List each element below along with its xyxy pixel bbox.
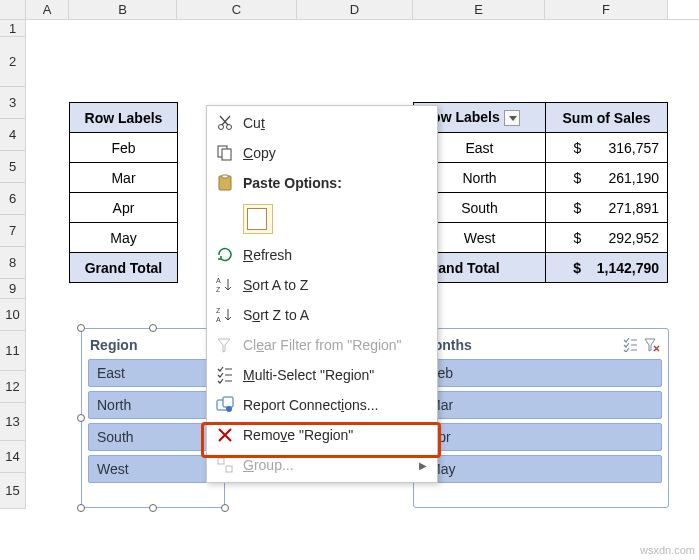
row-header-1[interactable]: 1: [0, 20, 26, 37]
svg-text:Z: Z: [216, 286, 221, 293]
col-header-E[interactable]: E: [413, 0, 545, 19]
pivot-right-row-value[interactable]: $ 292,952: [546, 223, 668, 253]
row-header-10[interactable]: 10: [0, 299, 26, 331]
ctx-multi-select-label: Multi-Select "Region": [243, 367, 427, 383]
slicer-months[interactable]: Months Feb Mar Apr May: [413, 328, 669, 508]
slicer-item-north[interactable]: North: [88, 391, 218, 419]
ctx-multi-select[interactable]: Multi-Select "Region": [207, 360, 437, 390]
row-header-14[interactable]: 14: [0, 441, 26, 473]
row-header-13[interactable]: 13: [0, 403, 26, 441]
slicer-item-south[interactable]: South: [88, 423, 218, 451]
resize-handle[interactable]: [221, 504, 229, 512]
ctx-sort-za-label: Sort Z to A: [243, 307, 427, 323]
svg-rect-5: [222, 175, 228, 178]
pivot-left-row[interactable]: May: [70, 223, 178, 253]
row-header-3[interactable]: 3: [0, 87, 26, 119]
resize-handle[interactable]: [77, 324, 85, 332]
slicer-region-title: Region: [88, 335, 218, 359]
slicer-item-west[interactable]: West: [88, 455, 218, 483]
slicer-item-mar[interactable]: Mar: [420, 391, 662, 419]
pivot-right-grand-value[interactable]: $ 1,142,790: [546, 253, 668, 283]
report-connections-icon: [213, 395, 237, 415]
row-header-15[interactable]: 15: [0, 473, 26, 509]
ctx-refresh[interactable]: Refresh: [207, 240, 437, 270]
resize-handle[interactable]: [77, 504, 85, 512]
select-all-corner[interactable]: [0, 0, 26, 20]
clipboard-icon: [213, 173, 237, 193]
row-header-6[interactable]: 6: [0, 183, 26, 215]
copy-icon: [213, 143, 237, 163]
pivot-left-row[interactable]: Feb: [70, 133, 178, 163]
col-header-B[interactable]: B: [69, 0, 177, 19]
clear-filter-icon: [213, 335, 237, 355]
pivot-right-row-value[interactable]: $ 271,891: [546, 193, 668, 223]
pivot-left-header-label: Row Labels: [85, 110, 163, 126]
chevron-right-icon: ▶: [419, 460, 427, 471]
ctx-copy-label: Copy: [243, 145, 427, 161]
slicer-item-may[interactable]: May: [420, 455, 662, 483]
pivot-right-header-values[interactable]: Sum of Sales: [546, 103, 668, 133]
svg-point-1: [227, 125, 232, 130]
ctx-report-connections-label: Report Connections...: [243, 397, 427, 413]
row-header-4[interactable]: 4: [0, 119, 26, 151]
pivot-left-row[interactable]: Apr: [70, 193, 178, 223]
multi-select-icon[interactable]: [622, 338, 638, 352]
pivot-left-row[interactable]: Mar: [70, 163, 178, 193]
slicer-months-title: Months: [420, 335, 662, 359]
ctx-group-label: Group...: [243, 457, 419, 473]
dropdown-icon[interactable]: [504, 110, 520, 126]
slicer-item-east[interactable]: East: [88, 359, 218, 387]
resize-handle[interactable]: [149, 504, 157, 512]
row-header-7[interactable]: 7: [0, 215, 26, 247]
scissors-icon: [213, 113, 237, 133]
watermark: wsxdn.com: [640, 544, 695, 556]
ctx-paste-label: Paste Options:: [243, 175, 427, 191]
row-header-5[interactable]: 5: [0, 151, 26, 183]
slicer-item-apr[interactable]: Apr: [420, 423, 662, 451]
ctx-report-connections[interactable]: Report Connections...: [207, 390, 437, 420]
svg-point-12: [226, 406, 232, 412]
worksheet-content[interactable]: Row Labels Feb Mar Apr May Grand Total R…: [26, 20, 699, 509]
ctx-remove[interactable]: Remove "Region": [207, 420, 437, 450]
ctx-copy[interactable]: Copy: [207, 138, 437, 168]
ctx-sort-az-label: Sort A to Z: [243, 277, 427, 293]
slicer-region[interactable]: Region East North South West: [81, 328, 225, 508]
row-header-9[interactable]: 9: [0, 279, 26, 299]
remove-icon: [213, 425, 237, 445]
resize-handle[interactable]: [77, 414, 85, 422]
ctx-clear-filter: Clear Filter from "Region": [207, 330, 437, 360]
svg-text:Z: Z: [216, 307, 221, 314]
pivot-left-header[interactable]: Row Labels: [70, 103, 178, 133]
row-header-12[interactable]: 12: [0, 371, 26, 403]
ctx-sort-za[interactable]: ZA Sort Z to A: [207, 300, 437, 330]
ctx-group: Group... ▶: [207, 450, 437, 480]
pivot-table-left[interactable]: Row Labels Feb Mar Apr May Grand Total: [69, 102, 178, 283]
svg-text:A: A: [216, 277, 221, 284]
resize-handle[interactable]: [149, 324, 157, 332]
col-header-A[interactable]: A: [26, 0, 69, 19]
refresh-icon: [213, 245, 237, 265]
pivot-left-grand-total[interactable]: Grand Total: [70, 253, 178, 283]
slicer-item-feb[interactable]: Feb: [420, 359, 662, 387]
svg-rect-13: [218, 458, 224, 464]
col-header-D[interactable]: D: [297, 0, 413, 19]
row-header-8[interactable]: 8: [0, 247, 26, 279]
col-header-C[interactable]: C: [177, 0, 297, 19]
clear-filter-icon[interactable]: [644, 338, 660, 352]
col-header-F[interactable]: F: [545, 0, 668, 19]
pivot-table-right[interactable]: Row Labels Sum of Sales East$ 316,757 No…: [413, 102, 668, 283]
pivot-right-row-value[interactable]: $ 261,190: [546, 163, 668, 193]
ctx-clear-label: Clear Filter from "Region": [243, 337, 427, 353]
ctx-paste-default[interactable]: [207, 198, 437, 240]
sort-az-icon: AZ: [213, 275, 237, 295]
svg-rect-11: [223, 397, 233, 407]
row-header-2[interactable]: 2: [0, 37, 26, 87]
row-header-11[interactable]: 11: [0, 331, 26, 371]
pivot-right-row-value[interactable]: $ 316,757: [546, 133, 668, 163]
ctx-sort-az[interactable]: AZ Sort A to Z: [207, 270, 437, 300]
ctx-cut[interactable]: Cut: [207, 108, 437, 138]
ctx-cut-label: Cut: [243, 115, 427, 131]
paste-option-icon: [243, 204, 273, 234]
svg-text:A: A: [216, 316, 221, 323]
row-headers: 1 2 3 4 5 6 7 8 9 10 11 12 13 14 15: [0, 20, 26, 509]
